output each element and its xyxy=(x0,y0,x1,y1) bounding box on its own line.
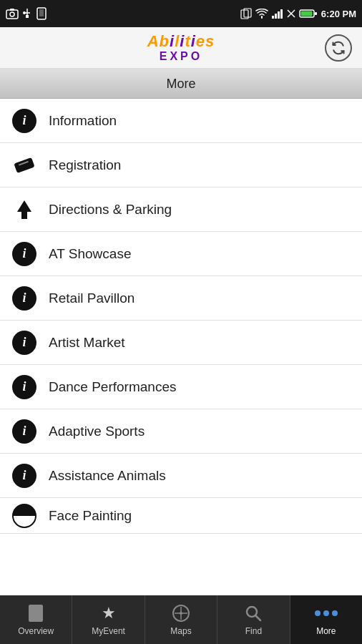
refresh-icon xyxy=(331,41,346,55)
nav-item-label: MyEvent xyxy=(92,626,125,636)
more-header-bar: More xyxy=(0,69,362,99)
menu-list: iInformation Registration Directions & P… xyxy=(0,99,362,595)
menu-item-label: Retail Pavillon xyxy=(49,291,134,306)
svg-rect-12 xyxy=(275,14,277,19)
nav-item-myevent[interactable]: ★MyEvent xyxy=(72,595,145,644)
more-nav-icon xyxy=(316,603,336,623)
menu-item-label: Information xyxy=(49,113,117,129)
directions-icon xyxy=(11,197,37,223)
more-bar-label: More xyxy=(166,77,195,92)
menu-item-label: AT Showcase xyxy=(49,246,131,262)
nav-item-find[interactable]: Find xyxy=(217,595,290,644)
menu-item-registration[interactable]: Registration xyxy=(0,143,362,187)
nav-item-maps[interactable]: Maps xyxy=(145,595,217,644)
menu-item-information[interactable]: iInformation xyxy=(0,99,362,143)
time-display: 6:20 PM xyxy=(321,9,356,19)
menu-item-label: Dance Performances xyxy=(49,379,176,395)
menu-item-label: Adaptive Sports xyxy=(49,424,145,439)
myevent-icon: ★ xyxy=(99,603,119,623)
menu-item-dance-performances[interactable]: iDance Performances xyxy=(0,365,362,409)
refresh-button[interactable] xyxy=(325,34,352,62)
svg-rect-8 xyxy=(39,9,44,16)
status-icons-right: 6:20 PM xyxy=(240,8,356,19)
menu-item-label: Artist Market xyxy=(49,335,125,351)
nav-item-label: Maps xyxy=(170,626,191,636)
svg-rect-11 xyxy=(272,16,274,19)
info-icon: i xyxy=(11,241,37,267)
logo-abilities: Abilities xyxy=(147,33,215,50)
info-icon: i xyxy=(11,286,37,311)
svg-rect-19 xyxy=(300,11,312,16)
signal-x-icon xyxy=(287,9,295,18)
status-icons-left xyxy=(6,7,47,20)
logo-expo: EXPO xyxy=(160,50,202,63)
svg-line-28 xyxy=(255,615,260,620)
menu-item-label: Registration xyxy=(49,157,121,173)
svg-point-5 xyxy=(23,11,26,14)
info-icon: i xyxy=(11,374,37,400)
nav-item-label: More xyxy=(316,626,336,636)
nav-item-label: Overview xyxy=(18,626,54,636)
svg-rect-14 xyxy=(280,9,283,19)
menu-item-label: Assistance Animals xyxy=(49,468,166,484)
svg-rect-18 xyxy=(315,12,317,15)
menu-item-label: Face Painting xyxy=(49,508,132,524)
wifi-icon xyxy=(255,9,268,19)
rotate-icon xyxy=(240,8,252,19)
svg-rect-20 xyxy=(14,157,34,172)
info-icon: i xyxy=(11,419,37,444)
svg-marker-22 xyxy=(17,200,31,219)
sim-icon xyxy=(272,9,283,19)
overview-icon xyxy=(26,603,46,623)
app-header: Abilities EXPO xyxy=(0,27,362,69)
bottom-navigation: Overview★MyEvent Maps Find More xyxy=(0,595,362,644)
nav-item-overview[interactable]: Overview xyxy=(0,595,72,644)
app-logo: Abilities EXPO xyxy=(147,33,215,63)
menu-item-directions[interactable]: Directions & Parking xyxy=(0,187,362,232)
svg-point-26 xyxy=(180,612,182,615)
menu-item-label: Directions & Parking xyxy=(49,202,172,218)
photo-icon xyxy=(6,8,19,19)
nav-item-more[interactable]: More xyxy=(290,595,362,644)
info-icon: i xyxy=(11,108,37,134)
status-bar: 6:20 PM xyxy=(0,0,362,27)
ticket-icon xyxy=(11,152,37,178)
menu-item-retail-pavillon[interactable]: iRetail Pavillon xyxy=(0,276,362,321)
svg-rect-0 xyxy=(6,10,18,19)
svg-rect-13 xyxy=(278,11,280,19)
info-icon: i xyxy=(11,330,37,356)
device-icon xyxy=(36,7,47,20)
face-painting-icon xyxy=(11,503,37,529)
usb-icon xyxy=(23,7,31,20)
menu-item-assistance-animals[interactable]: iAssistance Animals xyxy=(0,454,362,498)
battery-icon xyxy=(299,9,318,19)
maps-icon xyxy=(171,603,191,623)
nav-item-label: Find xyxy=(245,626,262,636)
menu-item-face-painting[interactable]: Face Painting xyxy=(0,498,362,534)
info-icon: i xyxy=(11,463,37,489)
svg-rect-6 xyxy=(26,15,29,18)
menu-item-artist-market[interactable]: iArtist Market xyxy=(0,321,362,365)
find-icon xyxy=(243,603,263,623)
svg-rect-2 xyxy=(10,9,14,11)
svg-point-1 xyxy=(10,12,14,16)
menu-item-adaptive-sports[interactable]: iAdaptive Sports xyxy=(0,409,362,454)
menu-item-at-showcase[interactable]: iAT Showcase xyxy=(0,232,362,276)
